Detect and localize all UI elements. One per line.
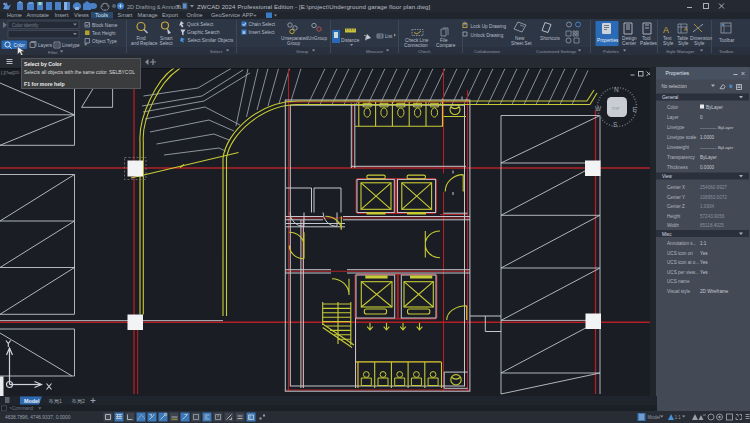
svg-text:Properties: Properties xyxy=(597,37,619,42)
svg-text:Text Height: Text Height xyxy=(92,30,116,35)
svg-text:Visual style: Visual style xyxy=(667,289,691,294)
svg-text:Distance: Distance xyxy=(341,37,360,42)
svg-text:Select Similar Objects: Select Similar Objects xyxy=(188,38,235,43)
svg-text:Layer: Layer xyxy=(667,115,679,120)
svg-text:Block Name: Block Name xyxy=(92,22,118,27)
svg-text:A: A xyxy=(684,26,688,32)
svg-text:1:1: 1:1 xyxy=(700,241,707,246)
svg-text:>Command:: >Command: xyxy=(9,406,34,411)
svg-text:Style: Style xyxy=(678,40,689,45)
svg-text:Connection: Connection xyxy=(404,42,428,47)
svg-text:0.0000: 0.0000 xyxy=(700,165,714,170)
svg-text:Color identify: Color identify xyxy=(12,22,39,27)
svg-text:Thickness: Thickness xyxy=(667,165,688,170)
svg-text:57243.9056: 57243.9056 xyxy=(700,214,725,219)
svg-text:Manage: Manage xyxy=(138,12,158,18)
svg-text:Center: Center xyxy=(622,40,637,45)
svg-text:Toolbar: Toolbar xyxy=(719,37,735,42)
svg-text:Filter: Filter xyxy=(48,49,58,54)
svg-text:Collaboration: Collaboration xyxy=(474,48,500,53)
svg-text:Style Manager: Style Manager xyxy=(666,48,695,53)
svg-text:Annotation s...: Annotation s... xyxy=(667,241,696,246)
svg-text:1.0000: 1.0000 xyxy=(700,135,714,140)
svg-text:TOP: TOP xyxy=(612,106,620,111)
svg-text:Compare: Compare xyxy=(436,42,456,47)
svg-text:Properties: Properties xyxy=(666,70,690,76)
svg-text:View: View xyxy=(662,174,673,179)
svg-text:and Replace: and Replace xyxy=(131,40,158,45)
svg-text:Customized Settings: Customized Settings xyxy=(536,48,577,53)
svg-text:Palettes: Palettes xyxy=(640,40,658,45)
svg-text:Insert: Insert xyxy=(55,12,69,18)
svg-text:UCS icon at o...: UCS icon at o... xyxy=(667,260,699,265)
svg-text:UCS name: UCS name xyxy=(667,279,690,284)
svg-text:Yes: Yes xyxy=(700,251,708,256)
svg-text:Style: Style xyxy=(663,40,674,45)
svg-text:Insert Select: Insert Select xyxy=(249,29,276,34)
svg-text:Center X: Center X xyxy=(667,185,685,190)
svg-text:No selection: No selection xyxy=(662,84,688,89)
svg-text:B: B xyxy=(243,29,246,34)
svg-text:85118.4025: 85118.4025 xyxy=(700,223,724,228)
svg-text:Model: Model xyxy=(648,415,661,420)
svg-text:Lock Up Drawing: Lock Up Drawing xyxy=(471,24,507,29)
svg-text:Linetype: Linetype xyxy=(62,42,80,47)
svg-text:Yes: Yes xyxy=(700,270,708,275)
svg-text:0: 0 xyxy=(700,115,703,120)
svg-text:Group: Group xyxy=(287,40,300,45)
svg-text:Views: Views xyxy=(74,12,89,18)
svg-text:Check: Check xyxy=(418,48,431,53)
svg-text:General: General xyxy=(662,95,678,100)
svg-text:Center Y: Center Y xyxy=(667,195,685,200)
svg-text:Linetype scale: Linetype scale xyxy=(667,135,697,140)
svg-text:2D Wireframe: 2D Wireframe xyxy=(700,289,729,294)
svg-text:———— ByLayer: ———— ByLayer xyxy=(700,145,734,150)
svg-text:Center Z: Center Z xyxy=(667,204,685,209)
svg-text:Color: Color xyxy=(667,105,678,110)
svg-text:Transparency: Transparency xyxy=(667,155,696,160)
svg-text:ZWCAD 2024 Professional Editio: ZWCAD 2024 Professional Edition - [E:\pr… xyxy=(197,3,430,10)
svg-text:Sheet Set: Sheet Set xyxy=(511,40,532,45)
svg-text:UCS per view...: UCS per view... xyxy=(667,270,699,275)
svg-text:List: List xyxy=(385,33,393,38)
svg-text:Annotate: Annotate xyxy=(27,12,49,18)
svg-text:———— ByLayer: ———— ByLayer xyxy=(700,125,734,130)
svg-text:Chain Select: Chain Select xyxy=(249,22,276,27)
svg-text:Select: Select xyxy=(210,48,223,53)
svg-text:E: E xyxy=(633,106,638,113)
svg-text:Layers: Layers xyxy=(38,42,53,47)
svg-text:Object Type: Object Type xyxy=(92,38,117,43)
svg-text:Quick Select: Quick Select xyxy=(187,22,214,27)
svg-text:108953.0072: 108953.0072 xyxy=(700,195,727,200)
svg-text:ByLayer: ByLayer xyxy=(700,155,717,160)
svg-text:Shortcuts: Shortcuts xyxy=(540,35,560,40)
svg-text:Unlock Drawing: Unlock Drawing xyxy=(471,32,504,37)
svg-text:Model: Model xyxy=(24,398,40,404)
svg-text:4638.7896, 4746.9337, 0.0000: 4638.7896, 4746.9337, 0.0000 xyxy=(5,415,71,420)
svg-text:Measure: Measure xyxy=(366,48,384,53)
svg-text:Graphic Search: Graphic Search xyxy=(187,29,220,34)
svg-text:1:1: 1:1 xyxy=(675,415,682,420)
svg-text:1.0934: 1.0934 xyxy=(700,204,714,209)
svg-text:Home: Home xyxy=(7,12,22,18)
svg-text:Palettes: Palettes xyxy=(603,48,620,53)
svg-text:Toolbar: Toolbar xyxy=(719,48,734,53)
svg-text:254060.9927: 254060.9927 xyxy=(700,185,727,190)
svg-text:S: S xyxy=(613,121,618,128)
svg-text:A: A xyxy=(663,25,669,35)
svg-text:Tools: Tools xyxy=(95,12,108,18)
svg-text:Online: Online xyxy=(187,12,203,18)
svg-text:[-][Top][2D: [-][Top][2D xyxy=(1,70,20,75)
svg-text:UCS icon on: UCS icon on xyxy=(667,251,693,256)
svg-text:Smart: Smart xyxy=(118,12,133,18)
svg-text:APP+: APP+ xyxy=(242,12,256,18)
svg-text:Misc: Misc xyxy=(662,232,672,237)
svg-text:Height: Height xyxy=(667,214,681,219)
svg-text:Style: Style xyxy=(694,40,705,45)
svg-text:ByLayer: ByLayer xyxy=(706,105,723,110)
svg-text:Lineweight: Lineweight xyxy=(667,145,690,150)
svg-text:UnGroup: UnGroup xyxy=(308,35,327,40)
svg-text:Group: Group xyxy=(296,48,309,53)
svg-text:N: N xyxy=(614,86,619,93)
svg-text:Select: Select xyxy=(160,40,174,45)
